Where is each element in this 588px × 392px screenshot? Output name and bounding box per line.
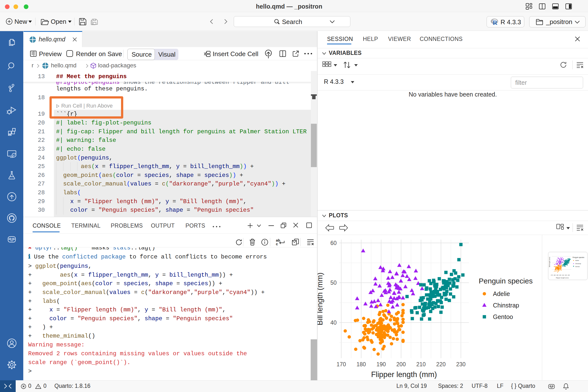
svg-text:Adelie: Adelie — [575, 260, 579, 261]
svg-text:Gentoo: Gentoo — [575, 266, 580, 267]
svg-text:40: 40 — [330, 320, 337, 326]
svg-text:Bill length (mm): Bill length (mm) — [318, 272, 324, 325]
svg-text:170: 170 — [551, 274, 553, 276]
svg-text:200: 200 — [396, 361, 406, 368]
svg-text:R: R — [493, 19, 497, 25]
svg-text:220: 220 — [565, 274, 567, 276]
svg-text:Flipper length (mm): Flipper length (mm) — [556, 277, 569, 278]
svg-text:Chinstrap: Chinstrap — [575, 263, 581, 264]
svg-text:Adelie: Adelie — [493, 290, 510, 297]
svg-text:Gentoo: Gentoo — [493, 313, 513, 320]
svg-text:c: c — [276, 242, 278, 246]
svg-text:190: 190 — [556, 274, 558, 276]
svg-text:210: 210 — [416, 361, 426, 368]
svg-text:220: 220 — [436, 361, 446, 368]
svg-text:Flipper length (mm): Flipper length (mm) — [371, 370, 437, 379]
svg-text:Chinstrap: Chinstrap — [493, 302, 519, 309]
svg-text:180: 180 — [554, 274, 556, 276]
svg-text:170: 170 — [337, 361, 346, 368]
svg-text:Penguin species: Penguin species — [572, 256, 584, 258]
svg-text:230: 230 — [456, 361, 466, 368]
svg-text:230: 230 — [568, 274, 570, 276]
svg-text:Bill length (mm): Bill length (mm) — [549, 257, 550, 267]
svg-text:210: 210 — [562, 274, 564, 276]
svg-text:180: 180 — [356, 361, 366, 368]
svg-text:200: 200 — [559, 274, 562, 276]
svg-text:190: 190 — [376, 361, 386, 368]
svg-text:Penguin species: Penguin species — [479, 277, 533, 285]
svg-text:50: 50 — [330, 280, 337, 286]
svg-text:60: 60 — [330, 240, 337, 246]
